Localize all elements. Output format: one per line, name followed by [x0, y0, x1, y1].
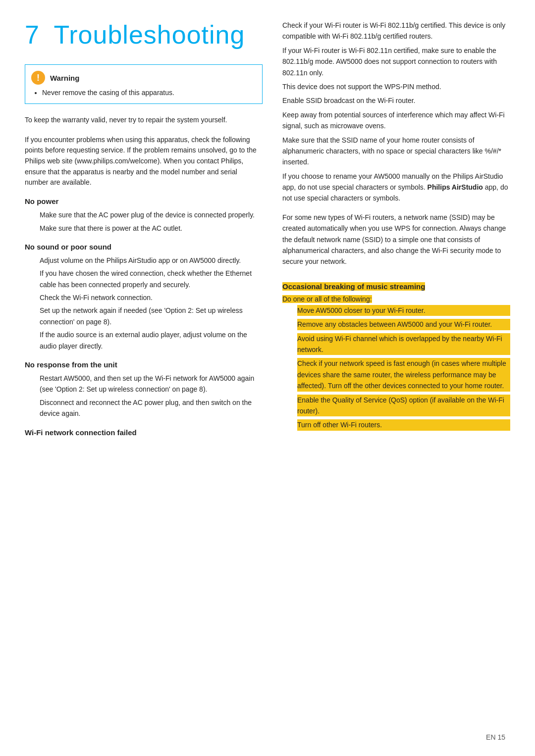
highlighted-title: Occasional breaking of music streaming [282, 282, 425, 291]
section-no-power: No power Make sure that the AC power plu… [25, 197, 263, 234]
highlight-item-1: Move AW5000 closer to your Wi-Fi router. [297, 305, 510, 316]
right-para-8: For some new types of Wi-Fi routers, a n… [282, 212, 510, 267]
section-no-response-title: No response from the unit [25, 360, 263, 369]
warning-box: ! Warning Never remove the casing of thi… [25, 64, 263, 104]
right-para-5: Keep away from potential sources of inte… [282, 109, 510, 132]
no-sound-item-3: Check the Wi-Fi network connection. [40, 292, 263, 303]
section-no-response-items: Restart AW5000, and then set up the Wi-F… [25, 373, 263, 419]
section-no-power-title: No power [25, 197, 263, 205]
right-para-4: Enable SSID broadcast on the Wi-Fi route… [282, 95, 510, 106]
highlighted-intro: Do one or all of the following: [282, 295, 372, 303]
page-number: EN 15 [486, 733, 505, 741]
no-sound-item-2: If you have chosen the wired connection,… [40, 268, 263, 290]
right-paragraphs: Check if your Wi-Fi router is Wi-Fi 802.… [282, 20, 510, 267]
warning-item-1: Never remove the casing of this apparatu… [42, 89, 254, 97]
right-para-2: If your Wi-Fi router is Wi-Fi 802.11n ce… [282, 45, 510, 78]
chapter-title: 7 Troubleshooting [25, 20, 263, 50]
warning-header: ! Warning [31, 71, 254, 85]
section-no-sound-items: Adjust volume on the Philips AirStudio a… [25, 255, 263, 352]
section-no-response: No response from the unit Restart AW5000… [25, 360, 263, 419]
no-sound-item-5: If the audio source is an external audio… [40, 329, 263, 352]
intro-paragraph-1: To keep the warranty valid, never try to… [25, 115, 263, 126]
section-no-sound-title: No sound or poor sound [25, 243, 263, 251]
section-no-sound: No sound or poor sound Adjust volume on … [25, 243, 263, 352]
highlighted-section: Occasional breaking of music streaming D… [282, 282, 510, 431]
right-para-3: This device does not support the WPS-PIN… [282, 81, 510, 92]
section-wifi-failed: Wi-Fi network connection failed [25, 428, 263, 437]
no-response-item-2: Disconnect and reconnect the AC power pl… [40, 397, 263, 419]
right-para-7-bold: Philips AirStudio [428, 183, 483, 191]
section-no-power-items: Make sure that the AC power plug of the … [25, 209, 263, 234]
highlighted-items: Move AW5000 closer to your Wi-Fi router.… [282, 305, 510, 431]
highlight-item-6: Turn off other Wi-Fi routers. [297, 419, 510, 430]
no-sound-item-1: Adjust volume on the Philips AirStudio a… [40, 255, 263, 266]
right-para-6: Make sure that the SSID name of your hom… [282, 135, 510, 168]
no-sound-item-4: Set up the network again if needed (see … [40, 305, 263, 327]
intro-paragraph-2: If you encounter problems when using thi… [25, 135, 263, 188]
warning-icon: ! [31, 71, 45, 85]
warning-label: Warning [50, 74, 79, 82]
highlight-item-4: Check if your network speed is fast enou… [297, 358, 510, 391]
chapter-number: 7 [25, 20, 40, 49]
right-para-1: Check if your Wi-Fi router is Wi-Fi 802.… [282, 20, 510, 42]
no-power-item-2: Make sure that there is power at the AC … [40, 223, 263, 234]
highlight-item-3: Avoid using Wi-Fi channel which is overl… [297, 333, 510, 355]
section-wifi-failed-title: Wi-Fi network connection failed [25, 428, 263, 437]
warning-list: Never remove the casing of this apparatu… [31, 89, 254, 98]
no-power-item-1: Make sure that the AC power plug of the … [40, 209, 263, 220]
no-response-item-1: Restart AW5000, and then set up the Wi-F… [40, 373, 263, 395]
highlight-item-5: Enable the Quality of Service (QoS) opti… [297, 395, 510, 417]
highlight-item-2: Remove any obstacles between AW5000 and … [297, 319, 510, 330]
chapter-title-text: Troubleshooting [54, 20, 245, 49]
